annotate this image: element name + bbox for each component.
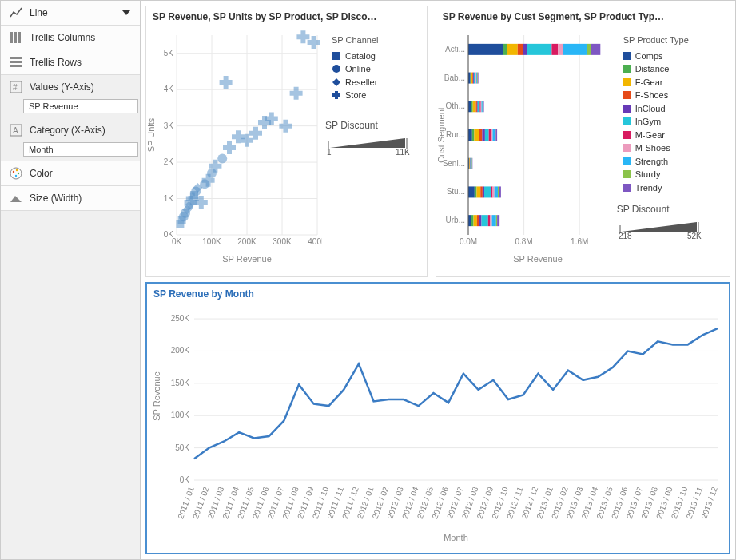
svg-rect-74 (563, 44, 587, 55)
stacked-legend-title: SP Product Type (623, 34, 718, 47)
category-field[interactable]: Month (23, 142, 138, 157)
svg-rect-103 (471, 129, 474, 141)
svg-rect-102 (468, 129, 472, 141)
trellis-columns-label: Trellis Columns (30, 32, 132, 43)
svg-text:100K: 100K (202, 237, 221, 246)
legend-reseller: Reseller (345, 76, 377, 89)
svg-rect-138 (468, 215, 471, 226)
color-item[interactable]: Color (1, 161, 140, 186)
svg-text:400K: 400K (308, 237, 322, 246)
svg-rect-73 (558, 44, 563, 55)
svg-rect-79 (470, 73, 471, 84)
stacked-chart: 0.0M0.8M1.6MActi...Bab...Oth...Rur...Sen… (436, 27, 612, 267)
svg-text:3K: 3K (164, 121, 174, 130)
svg-rect-147 (495, 215, 496, 226)
svg-text:Bab...: Bab... (444, 73, 465, 82)
trellis-rows-label: Trellis Rows (30, 57, 132, 68)
svg-rect-121 (471, 158, 471, 169)
svg-rect-110 (492, 129, 495, 141)
svg-marker-54 (330, 138, 405, 148)
svg-rect-92 (472, 101, 475, 112)
legend-item: M-Gear (623, 129, 718, 142)
svg-rect-81 (472, 73, 473, 84)
svg-rect-134 (494, 186, 497, 197)
svg-rect-91 (471, 101, 472, 112)
stacked-slider[interactable]: SP Discount 218 52K (617, 204, 725, 242)
svg-rect-94 (477, 101, 478, 112)
svg-rect-51 (332, 52, 340, 60)
legend-item: F-Shoes (623, 89, 718, 102)
svg-text:SP Revenue: SP Revenue (152, 371, 161, 421)
category-icon: A (9, 123, 23, 137)
legend-item: M-Shoes (623, 141, 718, 155)
svg-text:SP Revenue: SP Revenue (513, 254, 563, 264)
svg-rect-119 (470, 158, 471, 169)
svg-rect-146 (491, 215, 495, 226)
svg-text:Stu...: Stu... (446, 187, 464, 196)
svg-rect-80 (471, 73, 472, 84)
svg-rect-120 (471, 158, 471, 169)
svg-rect-85 (475, 73, 476, 84)
svg-rect-4 (10, 61, 22, 63)
legend-item: Distance (623, 62, 718, 76)
svg-rect-145 (490, 215, 491, 226)
svg-point-12 (16, 169, 18, 171)
svg-rect-2 (18, 32, 21, 43)
svg-rect-133 (492, 186, 494, 197)
svg-rect-97 (480, 101, 481, 112)
svg-rect-136 (499, 186, 501, 197)
svg-rect-90 (468, 101, 471, 112)
svg-point-13 (18, 173, 19, 174)
size-label: Size (Width) (30, 193, 132, 204)
svg-rect-70 (523, 44, 527, 55)
svg-text:Month: Month (444, 533, 468, 542)
stacked-panel[interactable]: SP Revenue by Cust Segment, SP Product T… (436, 6, 730, 277)
svg-text:50K: 50K (175, 443, 189, 452)
svg-text:1.6M: 1.6M (571, 237, 588, 246)
svg-point-52 (332, 65, 340, 73)
category-section[interactable]: A Category (X-Axis) (1, 118, 140, 139)
svg-rect-118 (470, 158, 471, 169)
values-section[interactable]: # Values (Y-Axis) (1, 75, 140, 96)
line-chart: 0K50K100K150K200K250K2011 / 012011 / 022… (147, 304, 729, 544)
svg-rect-106 (482, 129, 484, 141)
stacked-legend: SP Product Type CompsDistanceF-GearF-Sho… (617, 30, 725, 197)
svg-text:0K: 0K (180, 475, 190, 484)
scatter-slider[interactable]: SP Discount 1 11K (325, 120, 422, 158)
svg-rect-126 (468, 186, 475, 197)
svg-text:300K: 300K (273, 237, 292, 246)
svg-rect-76 (591, 44, 600, 55)
values-field[interactable]: SP Revenue (23, 99, 138, 113)
svg-rect-123 (471, 158, 472, 169)
trellis-columns-item[interactable]: Trellis Columns (1, 26, 140, 50)
svg-text:200K: 200K (237, 237, 257, 246)
svg-rect-96 (479, 101, 480, 112)
svg-rect-144 (487, 215, 490, 226)
svg-rect-0 (10, 32, 13, 43)
scatter-slider-label: SP Discount (325, 120, 422, 131)
scatter-panel[interactable]: SP Revenue, SP Units by SP Product, SP D… (145, 6, 428, 277)
svg-rect-86 (476, 73, 477, 84)
svg-rect-139 (471, 215, 474, 226)
line-chart-icon (9, 6, 23, 20)
values-label: Values (Y-Axis) (30, 81, 132, 93)
svg-rect-83 (474, 73, 475, 84)
svg-text:Oth...: Oth... (445, 101, 464, 110)
sidebar: Line Trellis Columns Trellis Rows # Valu… (1, 1, 141, 559)
svg-rect-67 (503, 44, 507, 55)
chart-type-selector[interactable]: Line (1, 1, 140, 26)
svg-rect-109 (491, 129, 492, 141)
svg-rect-127 (474, 186, 476, 197)
svg-text:200K: 200K (171, 346, 190, 355)
line-panel[interactable]: SP Revenue by Month 0K50K100K150K200K250… (145, 282, 730, 554)
trellis-rows-item[interactable]: Trellis Rows (1, 50, 140, 75)
svg-text:4K: 4K (164, 85, 174, 93)
size-item[interactable]: Size (Width) (1, 186, 140, 211)
legend-item: InGym (623, 115, 718, 129)
scatter-legend-title: SP Channel (332, 34, 416, 47)
legend-item: InCloud (623, 102, 718, 116)
color-label: Color (30, 168, 132, 179)
svg-text:0K: 0K (164, 230, 174, 239)
svg-rect-107 (485, 129, 489, 141)
svg-text:250K: 250K (171, 314, 190, 323)
